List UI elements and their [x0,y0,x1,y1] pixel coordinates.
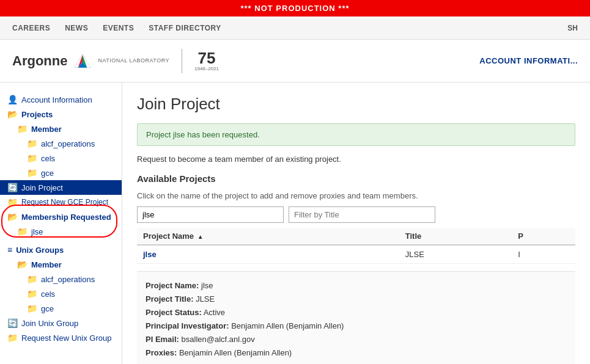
table-row: jlse JLSE I [137,245,575,264]
sidebar-item-request-unix[interactable]: 📁 Request New Unix Group [0,330,122,345]
nav-events[interactable]: EVENTS [103,24,134,32]
projects-table: Project Name ▲ Title P jlse JLSE I [137,228,575,264]
folder-icon: 📁 [27,168,37,178]
account-info-header[interactable]: ACCOUNT INFORMATI... [479,56,578,65]
site-header: Argonne NATIONAL LABORATORY 75 1946–2021… [0,40,590,82]
folder-icon: 📁 [27,153,37,163]
available-projects-label: Available Projects [137,173,575,186]
description-text: Request to become a team member of an ex… [137,155,575,164]
sidebar-request-gce-label: Request New GCE Project [21,198,108,206]
detail-status: Active [204,308,225,317]
membership-folder-icon: 📂 [7,212,18,222]
folder-icon: 📁 [27,274,37,284]
filter-name-input[interactable] [137,206,284,223]
sidebar-item-account-info[interactable]: 👤 Account Information [0,92,122,107]
projects-folder-icon: 📂 [7,109,18,119]
sidebar-item-cels[interactable]: 📁 cels [0,151,122,166]
sort-arrow-icon: ▲ [197,233,204,240]
sidebar-item-jlse[interactable]: 📁 jlse [0,224,122,239]
sidebar-item-unix-cels[interactable]: 📁 cels [0,286,122,301]
join-unix-icon: 🔄 [7,318,18,328]
detail-pi: Benjamin Allen (Benjamin Allen) [231,321,344,330]
detail-title: JLSE [196,294,215,304]
sidebar-item-alcf-operations[interactable]: 📁 alcf_operations [0,136,122,151]
detail-pi-email: bsallen@alcf.anl.gov [182,335,255,344]
filter-title-input[interactable] [289,206,435,223]
col-project-name[interactable]: Project Name ▲ [137,228,399,245]
sidebar: 👤 Account Information 📂 Projects 📁 Membe… [0,82,122,364]
page-title: Join Project [137,95,575,114]
jlse-folder-icon: 📁 [17,227,28,236]
folder-icon: 📁 [27,304,37,313]
sidebar-account-info-label: Account Information [21,95,92,104]
project-name-cell: jlse [137,245,399,264]
logo-years: 1946–2021 [194,66,219,71]
sidebar-item-join-project[interactable]: 🔄 Join Project [0,180,122,195]
join-project-icon: 🔄 [7,183,18,192]
sidebar-item-projects[interactable]: 📂 Projects [0,107,122,122]
request-unix-icon: 📁 [7,333,18,343]
sidebar-item-unix-groups[interactable]: ≡ Unix Groups [0,242,122,257]
sidebar-item-request-gce[interactable]: 📁 Request New GCE Project [0,195,122,209]
sidebar-item-unix-gce[interactable]: 📁 gce [0,301,122,316]
logo-text: Argonne [12,53,67,69]
sidebar-item-gce[interactable]: 📁 gce [0,166,122,180]
filter-row [137,206,575,223]
sidebar-unix-member-label: Member [31,260,62,269]
nav-news[interactable]: NEWS [65,24,88,32]
top-nav: CAREERS NEWS EVENTS STAFF DIRECTORY SH [0,16,590,40]
sidebar-item-membership-requested[interactable]: 📂 Membership Requested [0,209,122,224]
logo-divider [182,49,182,73]
sidebar-join-project-label: Join Project [21,183,63,192]
logo-75: 75 [198,50,216,66]
account-info-icon: 👤 [7,95,18,104]
project-detail: Project Name: jlse Project Title: JLSE P… [137,271,575,364]
project-name-link[interactable]: jlse [143,250,157,259]
folder-icon: 📁 [27,139,37,148]
nav-sh: SH [567,24,578,32]
sidebar-request-unix-label: Request New Unix Group [21,333,111,343]
sidebar-projects-label: Projects [21,110,53,119]
nav-staff-directory[interactable]: STAFF DIRECTORY [149,24,221,32]
unix-member-folder-icon: 📂 [17,260,28,269]
request-gce-icon: 📁 [7,197,18,207]
main-layout: 👤 Account Information 📂 Projects 📁 Membe… [0,82,590,364]
sidebar-item-member[interactable]: 📁 Member [0,122,122,136]
detail-proxies: Benjamin Allen (Benjamin Allen) [179,348,292,357]
logo-area: Argonne NATIONAL LABORATORY 75 1946–2021 [12,49,219,73]
col-p: P [512,228,575,245]
sidebar-item-join-unix[interactable]: 🔄 Join Unix Group [0,316,122,330]
success-banner: Project jlse has been requested. [137,123,575,146]
project-p-cell: I [512,245,575,264]
argonne-logo-triangle [73,53,92,69]
sidebar-item-unix-alcf[interactable]: 📁 alcf_operations [0,272,122,286]
member-folder-icon: 📁 [17,124,28,134]
not-production-banner: *** NOT PRODUCTION *** [0,0,590,16]
unix-groups-icon: ≡ [7,245,12,255]
detail-members: Brad Fritz (Brad Fritz), Craig Stacey (C… [146,362,561,364]
main-content: Join Project Project jlse has been reque… [122,82,590,364]
sidebar-membership-label: Membership Requested [21,213,111,222]
click-instruction: Click on the name of the project to add … [137,191,575,200]
sidebar-unix-groups-label: Unix Groups [16,246,64,255]
sidebar-join-unix-label: Join Unix Group [21,319,78,328]
folder-icon: 📁 [27,289,37,299]
logo-subtitle: NATIONAL LABORATORY [98,58,169,64]
sidebar-membership-area: 📂 Membership Requested 📁 jlse [0,209,122,239]
sidebar-item-unix-member[interactable]: 📂 Member [0,257,122,272]
col-title: Title [399,228,512,245]
detail-name: jlse [201,281,213,290]
sidebar-member-label: Member [31,125,62,134]
nav-careers[interactable]: CAREERS [12,24,50,32]
logo-75-area: 75 1946–2021 [194,50,219,71]
project-title-cell: JLSE [399,245,512,264]
